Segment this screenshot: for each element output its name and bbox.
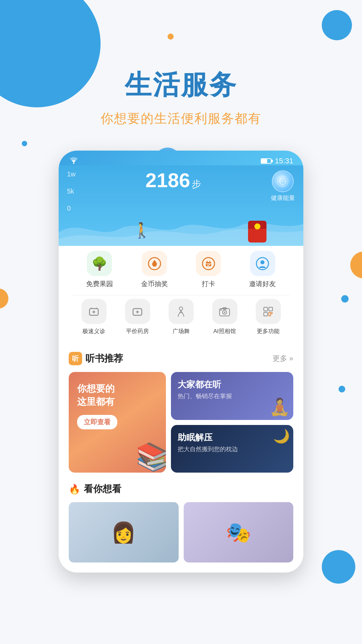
y-label-1w: 1w [67, 170, 76, 178]
steps-center: 2186 步 [145, 170, 201, 191]
action-more-features[interactable]: 更多功能 [256, 299, 281, 335]
action-checkin[interactable]: 打卡 [196, 251, 221, 288]
divider [72, 295, 290, 296]
action-pharmacy[interactable]: 平价药房 [125, 299, 150, 335]
phone-mockup: 15:31 1w 5k 0 2186 步 [59, 151, 303, 573]
svg-point-28 [224, 312, 225, 313]
watch-section-title: 看你想看 [84, 483, 121, 495]
red-envelope[interactable] [248, 221, 266, 243]
ai-photo-label: AI照相馆 [213, 327, 236, 335]
svg-rect-31 [264, 307, 267, 311]
book-card-right: 大家都在听 热门、畅销尽在掌握 🧘 助眠解压 把大自然搬到您的枕边 🌙 [171, 372, 293, 473]
wifi-icon [69, 157, 79, 165]
quick-actions-row-1: 🌳 免费果园 金币抽奖 [72, 251, 290, 288]
book-card-left-text: 你想要的 这里都有 立即查看 [77, 382, 117, 429]
watch-section: 🔥 看你想看 👩 🎭 [59, 476, 303, 566]
free-garden-label: 免费果园 [86, 279, 113, 288]
health-energy[interactable]: 健康能量 [271, 170, 295, 202]
action-coin-lottery[interactable]: 金币抽奖 [141, 251, 168, 288]
free-garden-icon: 🌳 [87, 251, 112, 276]
pharmacy-label: 平价药房 [126, 327, 149, 335]
pharmacy-icon [125, 299, 150, 324]
hero-title: 生活服务 [0, 67, 362, 103]
audiobook-icon-badge: 听 [69, 352, 82, 365]
status-time: 15:31 [275, 157, 293, 165]
dance-label: 广场舞 [173, 327, 190, 335]
audiobook-section: 听 听书推荐 更多 » 你想要的 这里都有 立即查看 📚 [59, 343, 303, 476]
ai-photo-icon [212, 299, 237, 324]
status-right: 15:31 [261, 157, 293, 165]
action-free-garden[interactable]: 🌳 免费果园 [86, 251, 113, 288]
book-cards: 你想要的 这里都有 立即查看 📚 大家都在听 热门、畅销尽在掌握 🧘 助眠解压 [69, 372, 293, 473]
svg-rect-32 [269, 307, 273, 311]
quick-actions: 🌳 免费果园 金币抽奖 [65, 243, 297, 343]
more-features-label: 更多功能 [257, 327, 280, 335]
battery-icon [261, 158, 272, 164]
steps-unit: 步 [192, 179, 201, 189]
see-cards: 👩 🎭 [69, 502, 293, 562]
steps-area: 1w 5k 0 2186 步 [59, 165, 303, 246]
svg-line-24 [178, 315, 179, 317]
svg-point-22 [179, 307, 183, 310]
action-diagnosis[interactable]: 极速义诊 [81, 299, 107, 335]
see-card-2[interactable]: 🎭 [184, 502, 294, 562]
walker-figure: 🚶 [132, 221, 151, 239]
more-features-icon [256, 299, 281, 324]
diagnosis-label: 极速义诊 [82, 327, 105, 335]
svg-rect-35 [272, 312, 273, 314]
checkin-icon [196, 251, 221, 276]
dance-icon [169, 299, 194, 324]
svg-point-0 [73, 163, 74, 164]
steps-count: 2186 [145, 169, 190, 192]
phone-status-bar: 15:31 [59, 151, 303, 165]
svg-point-13 [260, 260, 264, 264]
see-card-1[interactable]: 👩 [69, 502, 179, 562]
watch-section-header: 🔥 看你想看 [69, 483, 293, 495]
y-label-5k: 5k [67, 187, 76, 195]
energy-ball [272, 170, 294, 192]
action-square-dance[interactable]: 广场舞 [169, 299, 194, 335]
energy-label: 健康能量 [271, 194, 295, 202]
book-card-br-title: 助眠解压 [178, 432, 287, 443]
svg-rect-33 [264, 312, 267, 316]
book-card-left[interactable]: 你想要的 这里都有 立即查看 📚 [69, 372, 166, 473]
book-card-bottom-right[interactable]: 助眠解压 把大自然搬到您的枕边 🌙 [171, 425, 293, 473]
svg-rect-10 [209, 261, 210, 263]
quick-actions-row-2: 极速义诊 平价药房 [72, 299, 290, 335]
svg-line-25 [183, 315, 184, 317]
hero-section: 生活服务 你想要的生活便利服务都有 [0, 0, 362, 141]
book-card-left-btn[interactable]: 立即查看 [77, 415, 117, 429]
steps-wave-area: 🚶 [59, 212, 303, 246]
coin-lottery-label: 金币抽奖 [141, 279, 168, 288]
action-ai-photo[interactable]: AI照相馆 [212, 299, 237, 335]
svg-rect-9 [207, 261, 207, 263]
fire-icon: 🔥 [69, 484, 80, 495]
audiobook-title-row: 听 听书推荐 [69, 352, 123, 365]
hero-subtitle: 你想要的生活便利服务都有 [0, 110, 362, 127]
audiobook-more-btn[interactable]: 更多 » [273, 354, 293, 364]
svg-rect-34 [269, 312, 271, 316]
book-card-tr-title: 大家都在听 [178, 379, 287, 390]
book-card-left-title: 你想要的 这里都有 [77, 382, 117, 408]
action-invite-friend[interactable]: 邀请好友 [249, 251, 276, 288]
invite-label: 邀请好友 [249, 279, 276, 288]
book-card-br-sub: 把大自然搬到您的枕边 [178, 445, 287, 453]
audiobook-title: 听书推荐 [85, 352, 123, 365]
diagnosis-icon [81, 299, 107, 324]
coin-lottery-icon [142, 251, 167, 276]
y-label-0: 0 [67, 205, 76, 212]
audiobook-header: 听 听书推荐 更多 » [69, 352, 293, 365]
red-envelope-body [248, 221, 266, 243]
y-axis-labels: 1w 5k 0 [67, 170, 76, 212]
bg-decor-dot-blue-sm [22, 141, 27, 146]
book-card-top-right[interactable]: 大家都在听 热门、畅销尽在掌握 🧘 [171, 372, 293, 420]
invite-icon [250, 251, 275, 276]
checkin-label: 打卡 [202, 279, 215, 288]
phone-mockup-wrapper: 15:31 1w 5k 0 2186 步 [0, 151, 362, 573]
